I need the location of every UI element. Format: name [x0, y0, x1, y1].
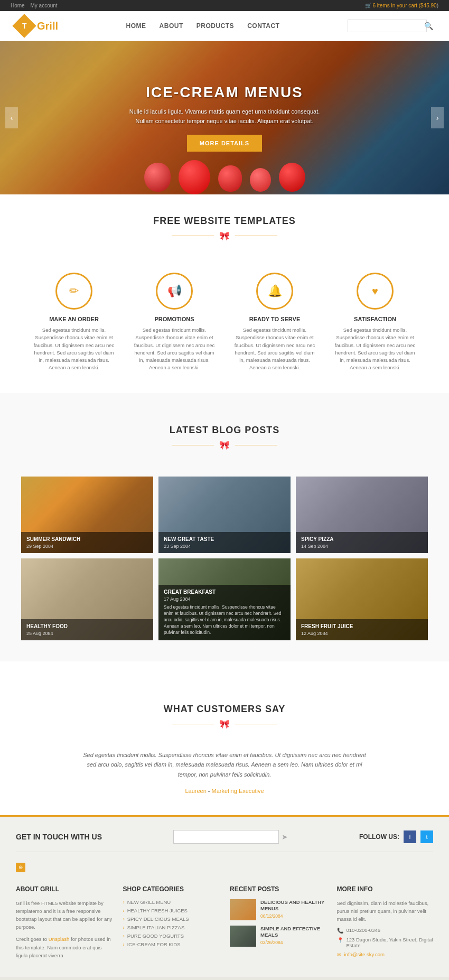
blog-card-6-date: 12 Aug 2084	[301, 631, 423, 636]
phone-number: 010-0200-0346	[347, 927, 380, 933]
bow-icon-1: 🎀	[219, 231, 230, 241]
feature-satisfaction-title: SATISFACTION	[333, 316, 417, 322]
blog-card-3[interactable]: SPICY PIZZA 14 Sep 2084	[296, 477, 428, 553]
list-item[interactable]: ICE-CREAM FOR KIDS	[123, 941, 220, 947]
footer-top: GET IN TOUCH WITH US ➤ FOLLOW US: f t	[16, 830, 433, 852]
blog-section: LATEST BLOG POSTS 🎀 SUMMER SANDWICH 29 S…	[0, 393, 449, 661]
recent-post-2-date: 03/26/2084	[260, 940, 326, 945]
fruit-4	[250, 168, 271, 192]
logo[interactable]: T Grill	[16, 17, 58, 34]
author-title: Marketing Executive	[212, 788, 264, 794]
blog-card-1-title: SUMMER SANDWICH	[26, 536, 148, 542]
twitter-button[interactable]: t	[420, 830, 433, 843]
shop-col-title: SHOP CATEGORIES	[123, 885, 220, 893]
cart-info[interactable]: 🛒 6 items in your cart ($45.90)	[365, 3, 438, 8]
recent-post-2[interactable]: SIMPLE AND EFFECTIVE MEALS 03/26/2084	[230, 926, 326, 947]
footer-follow-area: FOLLOW US: f t	[359, 830, 433, 843]
nav-products[interactable]: PRODUCTS	[197, 22, 234, 30]
recent-post-2-title: SIMPLE AND EFFECTIVE MEALS	[260, 926, 326, 939]
email-link[interactable]: info@site.sky.com	[344, 951, 385, 957]
blog-card-1[interactable]: SUMMER SANDWICH 29 Sep 2084	[21, 477, 153, 553]
feature-order-title: MAKE AN ORDER	[32, 316, 116, 322]
testimonial-quote: Sed egestas tincidunt mollis. Suspendiss…	[79, 750, 370, 780]
nav-contact[interactable]: CONTACT	[247, 22, 279, 30]
feature-promotions-title: PROMOTIONS	[132, 316, 217, 322]
blog-card-5[interactable]: GREAT BREAKFAST 17 Aug 2084 Sed egestas …	[158, 558, 291, 640]
account-link[interactable]: My account	[30, 3, 57, 8]
location-icon: 📍	[337, 937, 343, 943]
about-col-title: ABOUT GRILL	[16, 885, 113, 893]
feature-promotions-icon-circle: 📢	[156, 273, 193, 310]
home-link[interactable]: Home	[11, 3, 25, 8]
feature-promotions: 📢 PROMOTIONS Sed egestas tincidunt molli…	[132, 273, 217, 372]
list-item[interactable]: HEALTHY FRESH JUICES	[123, 908, 220, 913]
features-section: FREE WEBSITE TEMPLATES 🎀 ✏ MAKE AN ORDER…	[0, 194, 449, 393]
unsplash-link[interactable]: Unsplash	[49, 936, 70, 942]
shop-categories-list: NEW GRILL MENU HEALTHY FRESH JUICES SPIC…	[123, 899, 220, 947]
blog-grid-row2: HEALTHY FOOD 25 Aug 2084 GREAT BREAKFAST…	[21, 558, 428, 640]
logo-letter: T	[22, 22, 27, 30]
list-item[interactable]: NEW GRILL MENU	[123, 899, 220, 905]
footer-columns: ABOUT GRILL Grill is free HTML5 website …	[16, 880, 433, 964]
footer-bottom: Copyright ©2084 Your Company Name Collec…	[0, 977, 449, 980]
search-input[interactable]	[348, 20, 427, 32]
blog-title-area: LATEST BLOG POSTS 🎀	[21, 404, 428, 471]
blog-card-4[interactable]: HEALTHY FOOD 25 Aug 2084	[21, 558, 153, 640]
facebook-button[interactable]: f	[404, 830, 416, 843]
cart-price: $45.90	[420, 3, 437, 8]
email-item: ✉ info@site.sky.com	[337, 951, 434, 958]
blog-card-2-title: NEW GREAT TASTE	[164, 536, 285, 542]
logo-diamond: T	[12, 14, 36, 38]
footer-follow-title: FOLLOW US:	[359, 833, 399, 841]
hero-prev-button[interactable]: ‹	[5, 107, 18, 128]
feature-promotions-desc: Sed egestas tincidunt mollis. Suspendiss…	[132, 326, 217, 372]
main-nav: HOME ABOUT PRODUCTS CONTACT	[126, 22, 280, 30]
author-name: Laureen	[185, 788, 206, 794]
footer-search-button[interactable]: ➤	[282, 833, 288, 841]
features-divider: 🎀	[11, 231, 438, 241]
about-col-text: Grill is free HTML5 website template by …	[16, 899, 113, 931]
testimonials-divider: 🎀	[53, 719, 396, 729]
rss-icon[interactable]: ⊛	[16, 863, 25, 872]
blog-card-5-overlay: GREAT BREAKFAST 17 Aug 2084 Sed egestas …	[158, 585, 291, 640]
address-item: 📍 123 Dagon Studio, Yakin Street, Digita…	[337, 937, 434, 948]
recent-post-1-info: DELICIOUS AND HEALTHY MENUS 06/12/2084	[260, 899, 326, 919]
hero-content: ICE-CREAM MENUS Nulle id iaculis ligula.…	[124, 84, 325, 151]
blog-card-3-date: 14 Sep 2084	[301, 544, 423, 549]
nav-home[interactable]: HOME	[126, 22, 146, 30]
testimonials-section: WHAT CUSTOMERS SAY 🎀 Sed egestas tincidu…	[0, 661, 449, 815]
hero-banner: ‹ ICE-CREAM MENUS Nulle id iaculis ligul…	[0, 41, 449, 194]
feature-satisfaction-desc: Sed egestas tincidunt mollis. Suspendiss…	[333, 326, 417, 372]
list-item[interactable]: PURE GOOD YOGURTS	[123, 933, 220, 939]
blog-card-3-title: SPICY PIZZA	[301, 536, 423, 542]
feature-order: ✏ MAKE AN ORDER Sed egestas tincidunt mo…	[32, 273, 116, 372]
nav-about[interactable]: ABOUT	[160, 22, 183, 30]
testimonial-author: Laureen - Marketing Executive	[42, 788, 407, 794]
list-item[interactable]: SIMPLE ITALIAN PIZZAS	[123, 925, 220, 930]
fruit-5	[279, 163, 305, 192]
blog-card-5-desc: Sed egestas tincidunt mollis. Suspendiss…	[164, 604, 285, 636]
blog-card-6[interactable]: FRESH FRUIT JUICE 12 Aug 2084	[296, 558, 428, 640]
top-bar-links: Home My account	[11, 3, 62, 8]
fruit-2	[179, 160, 210, 194]
list-item[interactable]: SPICY DELICIOUS MEALS	[123, 916, 220, 922]
feature-serve-icon-circle: 🔔	[256, 273, 293, 310]
features-title-area: FREE WEBSITE TEMPLATES 🎀	[0, 194, 449, 262]
feature-serve: 🔔 READY TO SERVE Sed egestas tincidunt m…	[232, 273, 317, 372]
more-info-col-title: MORE INFO	[337, 885, 434, 893]
header-search-area: 🔍	[348, 20, 433, 32]
hero-cta-button[interactable]: MORE DETAILS	[187, 135, 262, 152]
blog-title: LATEST BLOG POSTS	[32, 425, 417, 436]
pencil-icon: ✏	[69, 284, 79, 298]
recent-post-1[interactable]: DELICIOUS AND HEALTHY MENUS 06/12/2084	[230, 899, 326, 920]
hero-next-button[interactable]: ›	[431, 107, 444, 128]
search-button[interactable]: 🔍	[424, 22, 433, 30]
hero-title: ICE-CREAM MENUS	[124, 84, 325, 101]
feature-satisfaction-icon-circle: ♥	[357, 273, 394, 310]
email-icon: ✉	[337, 952, 341, 958]
testimonials-title-area: WHAT CUSTOMERS SAY 🎀	[42, 683, 407, 750]
blog-card-2[interactable]: NEW GREAT TASTE 23 Sep 2084	[158, 477, 291, 553]
blog-divider: 🎀	[32, 440, 417, 450]
footer-search-input[interactable]	[173, 830, 279, 844]
top-bar: Home My account 🛒 6 items in your cart (…	[0, 0, 449, 11]
